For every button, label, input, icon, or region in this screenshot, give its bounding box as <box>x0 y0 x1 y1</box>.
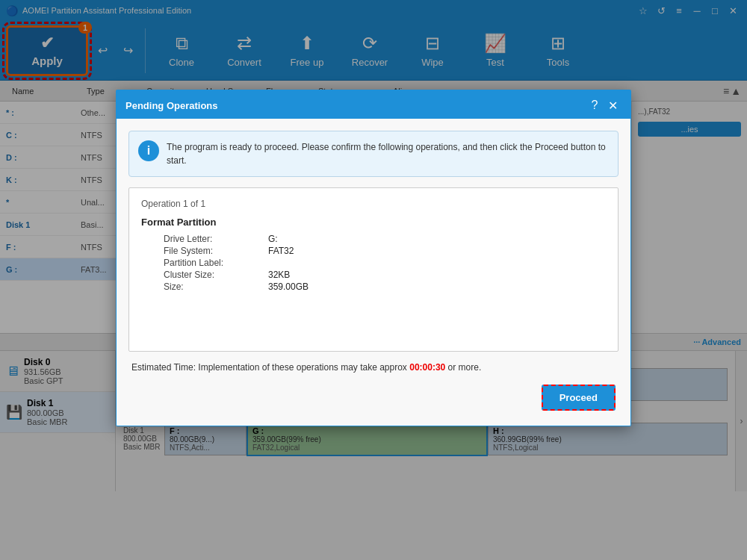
modal-title: Pending Operations <box>125 100 586 111</box>
modal-estimated: Estimated Time: Implementation of these … <box>128 362 619 373</box>
op-title: Format Partition <box>141 217 606 228</box>
drive-letter-label: Drive Letter: <box>164 234 268 244</box>
file-system-label: File System: <box>164 246 268 256</box>
partition-label-label: Partition Label: <box>164 258 268 268</box>
info-icon: i <box>138 140 159 161</box>
modal-help-button[interactable]: ? <box>586 96 604 114</box>
size-label: Size: <box>164 281 268 292</box>
modal-footer: Proceed <box>128 385 619 414</box>
modal-body: i The program is ready to proceed. Pleas… <box>117 119 630 426</box>
estimated-time: 00:00:30 <box>409 362 445 373</box>
modal-header: Pending Operations ? ✕ <box>117 92 630 119</box>
file-system-value: FAT32 <box>268 246 606 256</box>
modal-close-button[interactable]: ✕ <box>604 96 622 114</box>
cluster-size-value: 32KB <box>268 270 606 280</box>
modal-info-box: i The program is ready to proceed. Pleas… <box>128 131 619 177</box>
modal-info-text: The program is ready to proceed. Please … <box>167 140 609 167</box>
estimated-suffix: or more. <box>448 362 482 373</box>
op-details: Drive Letter: G: File System: FAT32 Part… <box>141 234 606 292</box>
cluster-size-label: Cluster Size: <box>164 270 268 280</box>
operations-box: Operation 1 of 1 Format Partition Drive … <box>128 187 619 352</box>
estimated-text: Estimated Time: Implementation of these … <box>131 362 407 373</box>
pending-operations-modal: Pending Operations ? ✕ i The program is … <box>116 90 631 426</box>
proceed-button[interactable]: Proceed <box>542 385 616 411</box>
size-value: 359.00GB <box>268 281 606 292</box>
drive-letter-value: G: <box>268 234 606 244</box>
partition-label-value <box>268 258 606 268</box>
modal-overlay: Pending Operations ? ✕ i The program is … <box>0 0 747 560</box>
op-count: Operation 1 of 1 <box>141 199 606 209</box>
